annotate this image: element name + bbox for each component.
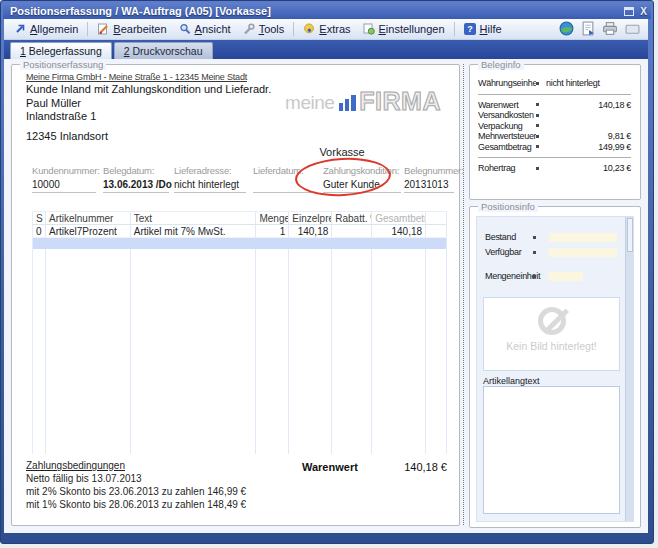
row-verpackung: Verpackung — [478, 121, 631, 132]
col-menge[interactable]: Menge — [256, 212, 289, 224]
bar-chart-icon — [339, 95, 356, 111]
positions-table: S Artikelnummer Text Menge Einzelpreis R… — [32, 211, 447, 454]
artikellangtext-label: Artikellangtext — [483, 376, 540, 386]
logo-text-firma: FIRMA — [359, 91, 441, 112]
field-belegnummer: Belegnummer: 20131013 — [404, 165, 454, 193]
edit-icon — [97, 23, 109, 35]
col-s[interactable]: S — [33, 212, 46, 224]
kundennummer-value[interactable]: 10000 — [32, 179, 96, 191]
logo-text-meine: meine — [285, 93, 334, 112]
warenwert-total-value: 140,18 € — [357, 461, 447, 473]
row-gesamtbetrag: Gesamtbetrag 149,99 € — [478, 142, 631, 153]
no-image-text: Kein Bild hinterlegt! — [484, 340, 619, 352]
col-gesamtbetrag[interactable]: Gesamtbetrag — [372, 212, 426, 224]
menu-bar: Allgemein Bearbeiten Ansicht Tools — [4, 19, 648, 40]
col-extra — [426, 212, 447, 224]
payment-terms: Zahlungsbedingungen Netto fällig bis 13.… — [26, 459, 246, 511]
panel-splitter[interactable] — [463, 64, 464, 525]
menu-item-einstellungen[interactable]: Einstellungen — [357, 21, 451, 37]
vertical-scrollbar[interactable] — [625, 217, 633, 521]
bullet-icon — [536, 103, 539, 106]
printer-icon[interactable] — [602, 21, 618, 36]
app-window: Positionserfassung / WA-Auftrag (A05) [V… — [0, 0, 654, 544]
document-type: Vorkasse — [262, 146, 422, 158]
group-title: Positionsinfo — [478, 201, 538, 212]
row-rohertrag: Rohertrag 10,23 € — [478, 163, 631, 174]
wrench-icon — [243, 23, 255, 35]
no-image-icon — [538, 307, 566, 335]
positionsinfo-panel: Bestand Verfügbar Mengeneinheit Kein Bil… — [476, 216, 634, 522]
mehrwertsteuer-value: 9,81 € — [546, 131, 631, 141]
title-bar[interactable]: Positionserfassung / WA-Auftrag (A05) [V… — [3, 3, 651, 19]
bullet-icon — [533, 275, 536, 278]
table-row[interactable]: 0 Artikel7Prozent Artikel mit 7% MwSt. 1… — [32, 225, 447, 238]
payment-terms-title: Zahlungsbedingungen — [26, 459, 246, 472]
menu-item-ansicht[interactable]: Ansicht — [173, 21, 237, 37]
bullet-icon — [533, 251, 536, 254]
belegnummer-value[interactable]: 20131013 — [404, 179, 454, 191]
settings-icon — [363, 23, 375, 35]
content-area: Positionserfassung Meine Firma GmbH - Me… — [4, 59, 648, 533]
magnifier-icon — [179, 23, 191, 35]
menu-item-tools[interactable]: Tools — [237, 21, 291, 37]
positionserfassung-group: Positionserfassung Meine Firma GmbH - Me… — [11, 64, 460, 526]
row-versandkosten: Versandkosten — [478, 110, 631, 121]
positionsinfo-group: Positionsinfo Bestand Verfügbar Mengenei… — [469, 206, 641, 528]
lieferadresse-value[interactable]: nicht hinterlegt — [174, 179, 246, 191]
col-text[interactable]: Text — [131, 212, 257, 224]
sender-line: Meine Firma GmbH - Meine Straße 1 - 1234… — [26, 72, 247, 82]
rohertrag-value: 10,23 € — [546, 163, 631, 173]
row-mengeneinheit: Mengeneinheit — [485, 271, 583, 281]
arrow-up-right-icon — [14, 23, 26, 35]
restore-button[interactable] — [624, 7, 634, 16]
artikellangtext-box[interactable] — [483, 386, 620, 514]
bullet-icon — [536, 167, 539, 170]
menu-item-hilfe[interactable]: ? Hilfe — [458, 21, 508, 37]
row-verfuegbar: Verfügbar — [485, 247, 617, 257]
help-icon: ? — [464, 23, 476, 35]
bullet-icon — [536, 114, 539, 117]
group-title: Beleginfo — [478, 59, 524, 70]
menu-separator — [293, 22, 294, 36]
field-lieferadresse: Lieferadresse: nicht hinterlegt — [174, 165, 246, 193]
display-icon[interactable] — [625, 22, 640, 36]
bullet-icon — [536, 82, 539, 85]
article-image-box: Kein Bild hinterlegt! — [483, 297, 620, 371]
col-rabatt[interactable]: Rabatt. % — [332, 212, 372, 224]
bullet-icon — [536, 124, 539, 127]
row-mehrwertsteuer: Mehrwertsteuer 9,81 € — [478, 131, 631, 142]
svg-text:?: ? — [467, 24, 473, 34]
mengeneinheit-field[interactable] — [549, 272, 583, 281]
tab-belegerfassung[interactable]: 1 Belegerfassung — [10, 42, 112, 59]
col-artikelnummer[interactable]: Artikelnummer — [46, 212, 131, 224]
waehrungseinheit-value: nicht hinterlegt — [546, 78, 600, 88]
menu-item-extras[interactable]: Extras — [297, 21, 356, 37]
selected-empty-row[interactable] — [32, 238, 447, 249]
menu-item-allgemein[interactable]: Allgemein — [8, 21, 84, 37]
menu-item-bearbeiten[interactable]: Bearbeiten — [91, 21, 172, 37]
field-kundennummer: Kundennummer: 10000 — [32, 165, 96, 193]
row-bestand: Bestand — [485, 232, 617, 242]
globe-icon[interactable] — [559, 21, 574, 36]
export-document-icon[interactable] — [581, 21, 595, 36]
tab-strip: 1 Belegerfassung 2 Druckvorschau — [4, 40, 648, 59]
verfuegbar-field[interactable] — [549, 248, 617, 257]
window-title: Positionserfassung / WA-Auftrag (A05) [V… — [10, 5, 271, 17]
menu-separator — [454, 22, 455, 36]
bullet-icon — [536, 135, 539, 138]
tab-druckvorschau[interactable]: 2 Druckvorschau — [114, 42, 213, 59]
recipient-address: Kunde Inland mit Zahlungskondition und L… — [26, 83, 271, 124]
belegdatum-value[interactable]: 13.06.2013 /Do — [103, 179, 169, 191]
menu-separator — [87, 22, 88, 36]
gesamtbetrag-value: 149,99 € — [546, 142, 631, 152]
close-button[interactable]: X — [640, 5, 647, 18]
empty-table-area[interactable] — [32, 249, 447, 454]
bulb-icon — [303, 23, 315, 35]
bestand-field[interactable] — [549, 233, 617, 242]
table-header-row: S Artikelnummer Text Menge Einzelpreis R… — [32, 211, 447, 225]
row-waehrungseinheit: Währungseinheit nicht hinterlegt — [478, 78, 631, 89]
scrollbar-thumb[interactable] — [627, 218, 633, 252]
col-einzelpreis[interactable]: Einzelpreis — [289, 212, 332, 224]
beleginfo-group: Beleginfo Währungseinheit nicht hinterle… — [469, 64, 641, 200]
warenwert-total-label: Warenwert — [302, 461, 358, 473]
